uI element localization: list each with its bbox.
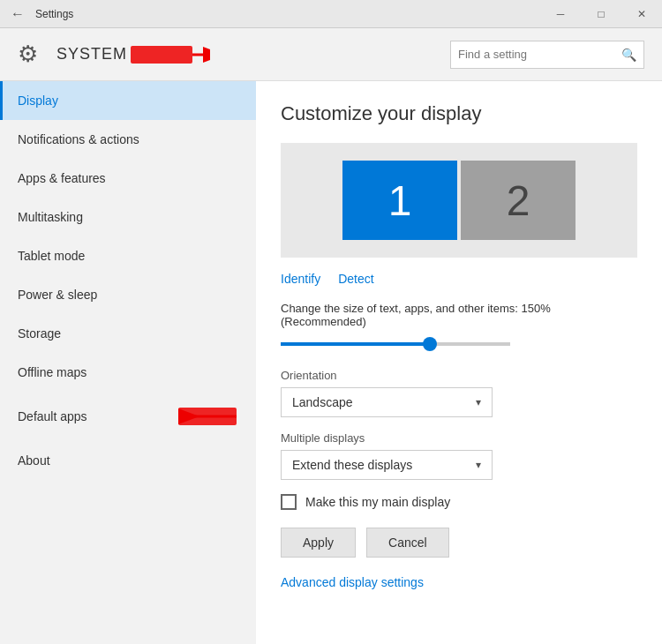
maximize-button[interactable]: □ — [581, 0, 621, 28]
multiple-displays-label: Multiple displays — [281, 431, 637, 445]
orientation-group: Orientation Landscape ▾ — [281, 369, 637, 417]
checkbox-label: Make this my main display — [305, 495, 450, 509]
size-label: Change the size of text, apps, and other… — [281, 302, 637, 328]
search-box[interactable]: 🔍 — [450, 41, 644, 69]
sidebar-item-default[interactable]: Default apps — [0, 392, 256, 441]
slider-fill — [281, 342, 429, 346]
display-links: Identify Detect — [281, 272, 637, 286]
page-title: Customize your display — [281, 102, 637, 125]
back-button[interactable]: ← — [7, 4, 28, 25]
orientation-label: Orientation — [281, 369, 637, 382]
app-container: ⚙ SYSTEM 🔍 Display Notifications & ac — [0, 28, 662, 644]
sidebar-item-display[interactable]: Display — [0, 81, 256, 120]
svg-rect-1 — [131, 46, 192, 64]
main-area: Display Notifications & actions Apps & f… — [0, 81, 662, 644]
titlebar-title: Settings — [35, 8, 73, 20]
apply-button[interactable]: Apply — [281, 528, 356, 558]
search-input[interactable] — [458, 48, 621, 61]
sidebar-item-about[interactable]: About — [0, 441, 256, 480]
sidebar-item-offline[interactable]: Offline maps — [0, 353, 256, 392]
monitor-2[interactable]: 2 — [461, 161, 575, 240]
header-title: SYSTEM — [56, 45, 127, 64]
size-slider-section: Change the size of text, apps, and other… — [281, 302, 637, 353]
sidebar: Display Notifications & actions Apps & f… — [0, 81, 256, 644]
sidebar-item-power[interactable]: Power & sleep — [0, 275, 256, 314]
multiple-displays-group: Multiple displays Extend these displays … — [281, 431, 637, 480]
main-display-checkbox[interactable] — [281, 494, 297, 510]
sidebar-item-multitasking[interactable]: Multitasking — [0, 198, 256, 236]
close-button[interactable]: ✕ — [621, 0, 662, 28]
multiple-displays-dropdown[interactable]: Extend these displays ▾ — [281, 450, 493, 480]
advanced-display-link[interactable]: Advanced display settings — [281, 575, 424, 589]
slider-thumb[interactable] — [423, 337, 437, 351]
titlebar-controls: ─ □ ✕ — [540, 0, 662, 28]
identify-link[interactable]: Identify — [281, 272, 320, 286]
monitor-1[interactable]: 1 — [342, 161, 457, 240]
sidebar-item-storage[interactable]: Storage — [0, 314, 256, 353]
arrow-annotation-header — [131, 41, 210, 69]
display-preview: 1 2 — [281, 143, 637, 258]
svg-rect-5 — [178, 408, 237, 425]
content-area: Customize your display 1 2 Identify Dete… — [256, 81, 662, 644]
main-display-checkbox-row: Make this my main display — [281, 494, 637, 510]
orientation-dropdown[interactable]: Landscape ▾ — [281, 387, 493, 417]
gear-icon: ⚙ — [18, 41, 46, 69]
chevron-down-icon: ▾ — [476, 396, 481, 408]
chevron-down-icon-2: ▾ — [476, 459, 481, 471]
sidebar-item-apps[interactable]: Apps & features — [0, 159, 256, 198]
cancel-button[interactable]: Cancel — [366, 528, 449, 558]
search-icon: 🔍 — [621, 48, 636, 62]
minimize-button[interactable]: ─ — [540, 0, 581, 28]
size-slider[interactable] — [281, 335, 510, 353]
arrow-annotation-default — [159, 404, 238, 429]
sidebar-item-tablet[interactable]: Tablet mode — [0, 236, 256, 275]
action-buttons: Apply Cancel — [281, 528, 637, 558]
detect-link[interactable]: Detect — [338, 272, 373, 286]
sidebar-item-notifications[interactable]: Notifications & actions — [0, 120, 256, 159]
titlebar: ← Settings ─ □ ✕ — [0, 0, 662, 28]
header: ⚙ SYSTEM 🔍 — [0, 28, 662, 81]
